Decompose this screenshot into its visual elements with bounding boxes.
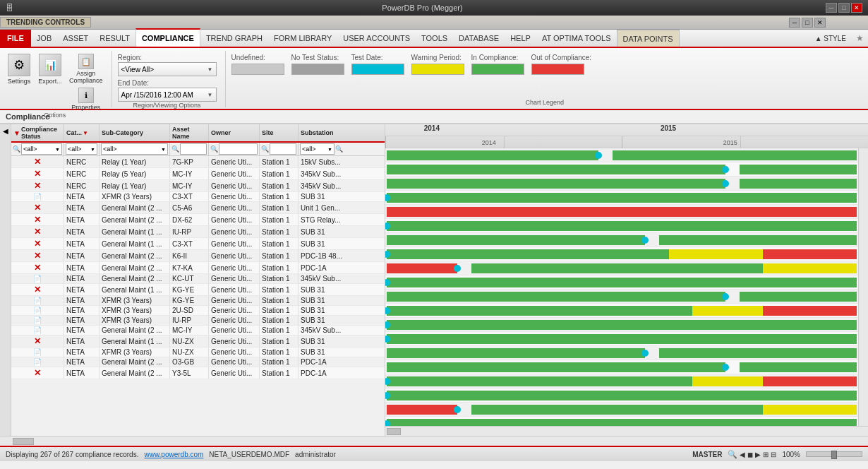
at-optima-menu[interactable]: AT OPTIMA TOOLS xyxy=(536,30,617,47)
table-row[interactable]: 📄 NETA XFMR (3 Years) IU-RP Generic Uti.… xyxy=(11,316,385,326)
th-cat[interactable]: Cat... ▼ xyxy=(64,124,100,141)
status-icon-4[interactable]: ⊞ xyxy=(763,451,768,458)
th-owner[interactable]: Owner xyxy=(209,124,260,141)
table-row[interactable]: ✕ NERC Relay (1 Year) 7G-KP Generic Uti.… xyxy=(11,156,385,168)
table-row[interactable]: ✕ NETA General Maint (2 ... Y3-5L Generi… xyxy=(11,367,385,379)
star-icon[interactable]: ★ xyxy=(852,30,868,47)
export-btn[interactable]: 📊 Export... xyxy=(35,52,65,86)
filter-dropdown-status[interactable]: <all> ▼ xyxy=(21,143,62,155)
end-date-dropdown[interactable]: Apr /15/2016 12:00 AM ▼ xyxy=(118,88,217,102)
assign-compliance-btn[interactable]: 📋 Assign Compliance xyxy=(66,52,106,85)
zoom-slider[interactable] xyxy=(806,451,862,457)
table-row[interactable]: ✕ NETA General Maint (1 ... C3-XT Generi… xyxy=(11,238,385,250)
properties-btn[interactable]: ℹ Properties xyxy=(66,87,106,112)
compliance-menu[interactable]: COMPLIANCE xyxy=(135,28,200,47)
gantt-bar xyxy=(740,179,857,189)
status-icon-1[interactable]: ◀ xyxy=(740,451,745,458)
gantt-bar xyxy=(763,263,857,273)
website-link[interactable]: www.powerdb.com xyxy=(144,451,203,458)
gantt-bar xyxy=(387,405,457,415)
close-btn[interactable]: ✕ xyxy=(851,3,862,13)
td-asset: MC-IY xyxy=(170,326,209,335)
database-menu[interactable]: DATABASE xyxy=(453,30,505,47)
filter-search-icon-site: 🔍 xyxy=(261,146,269,153)
status-icon-5[interactable]: ⊟ xyxy=(771,451,776,458)
table-row[interactable]: ✕ NETA General Maint (2 ... C5-A6 Generi… xyxy=(11,202,385,214)
table-row[interactable]: 📄 NETA General Maint (2 ... MC-IY Generi… xyxy=(11,326,385,336)
td-asset: KG-YE xyxy=(170,284,209,295)
table-row[interactable]: ✕ NETA General Maint (2 ... K7-KA Generi… xyxy=(11,262,385,274)
th-site[interactable]: Site xyxy=(260,124,299,141)
region-dropdown[interactable]: <View All> ▼ xyxy=(118,62,217,76)
filter-dropdown-subcat[interactable]: <all> ▼ xyxy=(101,143,168,155)
table-row[interactable]: 📄 NETA General Maint (2 ... KC-UT Generi… xyxy=(11,274,385,284)
trending-controls-label[interactable]: TRENDING CONTROLS xyxy=(0,17,91,28)
table-row[interactable]: ✕ NETA General Maint (2 ... K6-II Generi… xyxy=(11,250,385,262)
chart-row xyxy=(385,247,858,261)
chart-row xyxy=(385,177,858,191)
filter-input-site[interactable] xyxy=(270,143,296,155)
table-row[interactable]: ✕ NETA General Maint (1 ... IU-RP Generi… xyxy=(11,226,385,238)
chart-scrollbar-y[interactable] xyxy=(858,148,868,426)
th-status[interactable]: ▼ Compliance Status xyxy=(11,124,64,141)
table-row[interactable]: 📄 NETA XFMR (3 Years) NU-ZX Generic Uti.… xyxy=(11,348,385,357)
table-row[interactable]: ✕ NETA General Maint (2 ... DX-62 Generi… xyxy=(11,214,385,226)
filter-input-owner[interactable] xyxy=(219,143,258,155)
filter-dropdown-sub[interactable]: <all> ▼ xyxy=(300,143,334,155)
chart-row xyxy=(385,360,858,374)
trend-graph-menu[interactable]: TREND GRAPH xyxy=(200,30,268,47)
table-row[interactable]: 📄 NETA XFMR (3 Years) 2U-SD Generic Uti.… xyxy=(11,306,385,316)
table-row[interactable]: ✕ NERC Relay (1 Year) MC-IY Generic Uti.… xyxy=(11,180,385,192)
table-row[interactable]: ✕ NETA General Maint (1 ... NU-ZX Generi… xyxy=(11,336,385,348)
status-icon-3[interactable]: ▶ xyxy=(755,451,761,458)
td-status: ✕ xyxy=(11,214,64,225)
td-owner: Generic Uti... xyxy=(209,316,260,325)
td-owner: Generic Uti... xyxy=(209,250,260,261)
td-site: Station 1 xyxy=(260,306,299,315)
td-status: ✕ xyxy=(11,284,64,295)
chart-row xyxy=(385,346,858,360)
trending-max-btn[interactable]: □ xyxy=(802,18,813,28)
minimize-btn[interactable]: ─ xyxy=(826,3,837,13)
table-row[interactable]: 📄 NETA General Maint (2 ... O3-GB Generi… xyxy=(11,357,385,367)
td-status: 📄 xyxy=(11,316,64,325)
settings-btn[interactable]: ⚙ Settings xyxy=(4,52,34,86)
maximize-btn[interactable]: □ xyxy=(838,3,850,13)
result-menu[interactable]: RESULT xyxy=(94,30,135,47)
job-menu[interactable]: JOB xyxy=(31,30,57,47)
file-menu[interactable]: FILE xyxy=(0,30,31,47)
td-asset: 2U-SD xyxy=(170,306,209,315)
tools-menu[interactable]: TOOLS xyxy=(416,30,453,47)
table-row[interactable]: ✕ NETA General Maint (1 ... KG-YE Generi… xyxy=(11,284,385,296)
filter-dropdown-cat[interactable]: <all> ▼ xyxy=(66,143,97,155)
data-points-menu[interactable]: DATA POINTS xyxy=(617,30,680,47)
chart-scrollbar-x[interactable] xyxy=(385,426,868,436)
trending-close-btn[interactable]: ✕ xyxy=(814,18,826,28)
table-row[interactable]: ✕ NERC Relay (5 Year) MC-IY Generic Uti.… xyxy=(11,168,385,180)
chart-row xyxy=(385,275,858,290)
th-subcat[interactable]: Sub-Category xyxy=(100,124,170,141)
style-btn[interactable]: ▲ STYLE xyxy=(809,30,852,47)
table-scrollbar-x[interactable] xyxy=(13,438,34,445)
help-menu[interactable]: HELP xyxy=(505,30,536,47)
collapse-panel-btn[interactable]: ◀ xyxy=(0,124,11,436)
user-accounts-menu[interactable]: USER ACCOUNTS xyxy=(337,30,416,47)
zoom-out-icon[interactable]: 🔍 xyxy=(728,450,737,459)
td-asset: C3-XT xyxy=(170,238,209,249)
chart-row xyxy=(385,304,858,318)
table-row[interactable]: 📄 NETA XFMR (3 Years) C3-XT Generic Uti.… xyxy=(11,192,385,202)
chart-row xyxy=(385,290,858,304)
status-icon-2[interactable]: ◼ xyxy=(747,451,753,458)
td-owner: Generic Uti... xyxy=(209,156,260,167)
chart-row xyxy=(385,261,858,275)
asset-menu[interactable]: ASSET xyxy=(57,30,94,47)
th-asset[interactable]: Asset Name xyxy=(170,124,209,141)
td-cat: NETA xyxy=(64,238,100,249)
form-library-menu[interactable]: FORM LIBRARY xyxy=(268,30,337,47)
trending-min-btn[interactable]: ─ xyxy=(789,18,800,28)
td-site: Station 1 xyxy=(260,226,299,237)
table-row[interactable]: 📄 NETA XFMR (3 Years) KG-YE Generic Uti.… xyxy=(11,296,385,306)
filter-input-asset[interactable] xyxy=(180,143,207,155)
chart-row xyxy=(385,205,858,219)
th-substation[interactable]: Substation xyxy=(299,124,344,141)
